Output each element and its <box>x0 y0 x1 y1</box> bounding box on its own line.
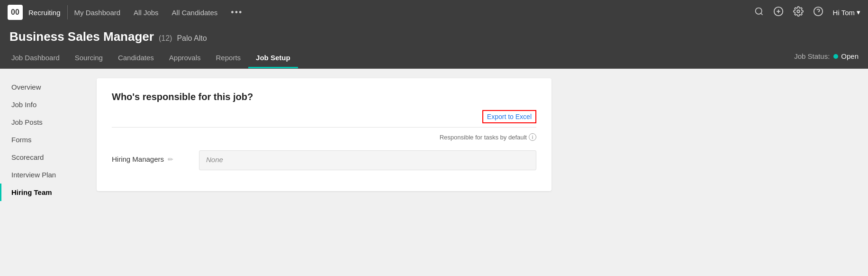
card-title: Who's responsible for this job? <box>112 92 536 102</box>
sub-nav-right: Job Status: Open <box>785 44 868 68</box>
user-menu[interactable]: Hi Tom ▾ <box>833 8 860 17</box>
sidebar-item-overview[interactable]: Overview <box>0 78 85 96</box>
sub-nav-job-dashboard[interactable]: Job Dashboard <box>4 44 67 68</box>
app-name: Recruiting <box>28 9 61 17</box>
nav-all-jobs[interactable]: All Jobs <box>134 9 159 17</box>
job-title: Business Sales Manager <box>9 29 154 44</box>
app-logo[interactable]: 00 <box>8 5 23 20</box>
svg-line-1 <box>760 13 762 15</box>
nav-right: Hi Tom ▾ <box>754 6 860 19</box>
job-status-value: Open <box>841 52 859 60</box>
help-icon[interactable] <box>813 6 823 19</box>
settings-icon[interactable] <box>793 6 804 19</box>
add-icon[interactable] <box>773 6 784 19</box>
sub-nav-reports[interactable]: Reports <box>208 44 249 68</box>
nav-all-candidates[interactable]: All Candidates <box>172 9 218 17</box>
status-dot <box>833 54 838 59</box>
nav-divider <box>67 5 68 19</box>
hiring-managers-label: Hiring Managers ✏ <box>112 150 188 163</box>
svg-point-5 <box>797 10 800 13</box>
nav-more[interactable]: ••• <box>231 8 243 18</box>
sidebar-item-hiring-team[interactable]: Hiring Team <box>0 184 85 201</box>
svg-point-0 <box>755 8 761 14</box>
nav-links: My Dashboard All Jobs All Candidates ••• <box>74 8 754 18</box>
info-icon[interactable]: i <box>529 133 536 141</box>
nav-my-dashboard[interactable]: My Dashboard <box>74 9 121 17</box>
job-count: (12) <box>159 34 172 43</box>
content-card: Who's responsible for this job? Export t… <box>97 78 552 191</box>
sidebar-item-job-posts[interactable]: Job Posts <box>0 113 85 131</box>
hiring-managers-edit-icon[interactable]: ✏ <box>168 156 173 163</box>
sub-nav-job-setup[interactable]: Job Setup <box>248 44 298 68</box>
sub-nav: Job Dashboard Sourcing Candidates Approv… <box>0 44 868 69</box>
hiring-managers-row: Hiring Managers ✏ None <box>112 150 536 170</box>
content-area: Overview Job Info Job Posts Forms Scorec… <box>0 69 868 271</box>
sidebar-item-job-info[interactable]: Job Info <box>0 96 85 113</box>
sidebar-item-scorecard[interactable]: Scorecard <box>0 148 85 166</box>
sub-nav-sourcing[interactable]: Sourcing <box>67 44 110 68</box>
export-to-excel-button[interactable]: Export to Excel <box>482 110 536 123</box>
hiring-managers-value[interactable]: None <box>199 150 536 170</box>
user-chevron: ▾ <box>857 8 860 17</box>
sidebar-item-forms[interactable]: Forms <box>0 131 85 148</box>
job-location: Palo Alto <box>177 34 207 43</box>
responsible-label: Responsible for tasks by default i <box>112 133 536 141</box>
user-greeting: Hi Tom <box>833 9 855 17</box>
card-divider <box>112 127 536 128</box>
sub-nav-candidates[interactable]: Candidates <box>110 44 162 68</box>
job-title-row: Business Sales Manager (12) Palo Alto <box>9 29 859 44</box>
sidebar: Overview Job Info Job Posts Forms Scorec… <box>0 69 85 271</box>
job-status-label: Job Status: <box>794 52 830 60</box>
job-title-bar: Business Sales Manager (12) Palo Alto <box>0 25 868 44</box>
sub-nav-approvals[interactable]: Approvals <box>162 44 208 68</box>
export-row: Export to Excel <box>112 110 536 123</box>
main-content: Who's responsible for this job? Export t… <box>85 69 868 271</box>
top-nav: 00 Recruiting My Dashboard All Jobs All … <box>0 0 868 25</box>
sidebar-item-interview-plan[interactable]: Interview Plan <box>0 166 85 184</box>
search-icon[interactable] <box>754 7 764 18</box>
logo-box: 00 <box>8 5 23 20</box>
sub-nav-left: Job Dashboard Sourcing Candidates Approv… <box>0 44 785 68</box>
